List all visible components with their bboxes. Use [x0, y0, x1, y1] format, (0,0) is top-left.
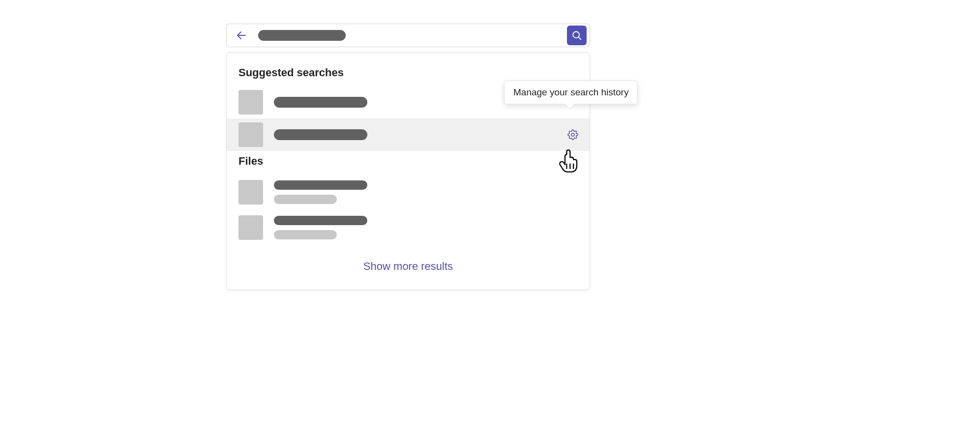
file-meta-placeholder: [274, 195, 337, 204]
file-name-placeholder: [274, 180, 367, 190]
file-name-placeholder: [274, 216, 367, 225]
file-meta-placeholder: [274, 230, 337, 239]
suggestion-label-placeholder: [274, 97, 367, 108]
suggestion-label-placeholder: [274, 129, 367, 140]
tooltip-text: Manage your search history: [513, 87, 628, 97]
suggestion-thumbnail: [238, 90, 263, 115]
suggestion-thumbnail: [238, 122, 263, 147]
file-result-item[interactable]: [227, 175, 590, 210]
files-heading: Files: [227, 151, 590, 175]
back-button[interactable]: [235, 29, 248, 42]
tooltip: Manage your search history: [504, 81, 638, 104]
arrow-left-icon: [236, 29, 247, 41]
show-more-container: Show more results: [227, 245, 590, 276]
search-container: Suggested searches Files: [226, 24, 590, 290]
svg-point-3: [571, 133, 574, 136]
suggestion-text: [274, 97, 367, 108]
gear-icon: [567, 129, 578, 140]
suggestion-text: [274, 129, 367, 140]
search-input[interactable]: [258, 30, 346, 41]
file-text: [274, 180, 367, 204]
search-bar: [226, 24, 590, 47]
search-button[interactable]: [567, 26, 587, 45]
file-thumbnail: [238, 215, 263, 240]
file-text: [274, 216, 367, 239]
suggestion-item[interactable]: [227, 118, 590, 151]
file-result-item[interactable]: [227, 210, 590, 245]
svg-line-2: [578, 37, 581, 39]
file-thumbnail: [238, 180, 263, 204]
show-more-results-link[interactable]: Show more results: [363, 260, 453, 272]
manage-history-button[interactable]: [566, 128, 580, 142]
search-icon: [571, 30, 582, 41]
